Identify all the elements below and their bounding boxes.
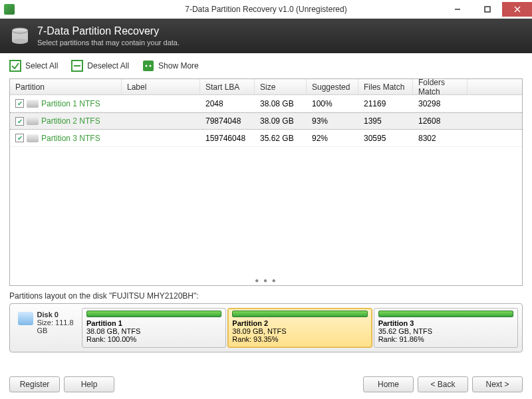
disk-block: Disk 0 Size: 111.8 GB: [14, 308, 80, 348]
disk-name: Disk 0: [37, 311, 59, 319]
cell-size: 38.08 GB: [255, 99, 307, 108]
window-controls: [442, 2, 532, 17]
cell-suggested: 100%: [307, 99, 358, 108]
table-body: ✔Partition 1 NTFS204838.08 GB100%2116930…: [10, 95, 522, 147]
header-disk-icon: [9, 25, 31, 47]
col-folders-match[interactable]: Folders Match: [413, 79, 467, 94]
cell-folders-match: 30298: [413, 99, 467, 108]
select-all-label: Select All: [25, 61, 58, 70]
maximize-button[interactable]: [472, 2, 502, 17]
close-icon: [514, 6, 521, 13]
partition-block-title: Partition 3: [378, 319, 513, 327]
partition-block[interactable]: Partition 238.09 GB, NTFSRank: 93.35%: [227, 308, 372, 348]
partition-block[interactable]: Partition 335.62 GB, NTFSRank: 91.86%: [374, 308, 518, 348]
next-button[interactable]: Next >: [472, 376, 523, 392]
select-all-icon: [9, 60, 21, 72]
help-button[interactable]: Help: [64, 376, 114, 392]
header-title: 7-Data Partition Recovery: [37, 25, 180, 37]
maximize-icon: [484, 6, 491, 13]
cell-suggested: 92%: [307, 134, 358, 143]
svg-point-6: [12, 39, 28, 44]
partition-name: Partition 2 NTFS: [41, 116, 100, 126]
partition-blocks: Partition 138.08 GB, NTFSRank: 100.00%Pa…: [82, 308, 518, 348]
col-partition[interactable]: Partition: [10, 79, 122, 94]
show-more-icon: [142, 60, 154, 72]
partition-name: Partition 3 NTFS: [41, 134, 100, 143]
layout-panel: Disk 0 Size: 111.8 GB Partition 138.08 G…: [9, 303, 523, 352]
row-checkbox[interactable]: ✔: [15, 117, 24, 126]
select-all-button[interactable]: Select All: [9, 60, 58, 72]
deselect-all-button[interactable]: Deselect All: [71, 60, 129, 72]
partition-block-line2: Rank: 100.00%: [86, 335, 221, 343]
app-icon: [4, 4, 15, 15]
cell-start-lba: 2048: [200, 99, 255, 108]
partition-block-title: Partition 1: [86, 319, 221, 327]
cell-suggested: 93%: [307, 116, 358, 126]
partition-bar: [232, 311, 367, 317]
deselect-all-label: Deselect All: [87, 61, 129, 70]
col-suggested[interactable]: Suggested: [307, 79, 358, 94]
col-start-lba[interactable]: Start LBA: [200, 79, 255, 94]
table-row[interactable]: ✔Partition 3 NTFS15974604835.62 GB92%305…: [10, 130, 522, 147]
header-subtitle: Select partitions that may contain your …: [37, 39, 180, 47]
partition-block-line1: 38.08 GB, NTFS: [86, 327, 221, 335]
resize-grip-icon[interactable]: ● ● ●: [255, 277, 277, 284]
minimize-button[interactable]: [442, 2, 472, 17]
svg-point-13: [150, 65, 152, 67]
footer: Register Help Home < Back Next >: [9, 376, 523, 392]
partition-icon: [27, 100, 39, 108]
col-label[interactable]: Label: [122, 79, 200, 94]
minimize-icon: [454, 6, 461, 13]
row-checkbox[interactable]: ✔: [15, 99, 24, 108]
partition-block[interactable]: Partition 138.08 GB, NTFSRank: 100.00%: [82, 308, 226, 348]
cell-size: 35.62 GB: [255, 134, 307, 143]
disk-size: Size: 111.8 GB: [37, 319, 76, 334]
partition-block-line1: 38.09 GB, NTFS: [232, 327, 367, 335]
partition-block-line1: 35.62 GB, NTFS: [378, 327, 513, 335]
header-band: 7-Data Partition Recovery Select partiti…: [0, 19, 532, 53]
register-button[interactable]: Register: [9, 376, 60, 392]
close-button[interactable]: [502, 2, 532, 17]
back-button[interactable]: < Back: [418, 376, 468, 392]
svg-rect-11: [143, 61, 154, 71]
table-header: Partition Label Start LBA Size Suggested…: [10, 79, 522, 95]
header-text: 7-Data Partition Recovery Select partiti…: [37, 25, 180, 47]
partition-block-title: Partition 2: [232, 319, 367, 327]
cell-files-match: 21169: [358, 99, 413, 108]
table-row[interactable]: ✔Partition 2 NTFS7987404838.09 GB93%1395…: [10, 112, 522, 130]
partition-name: Partition 1 NTFS: [41, 99, 100, 108]
deselect-all-icon: [71, 60, 83, 72]
svg-rect-1: [485, 7, 490, 12]
partition-bar: [378, 311, 513, 317]
svg-point-12: [146, 65, 148, 67]
partition-bar: [86, 311, 221, 317]
titlebar: 7-Data Partition Recovery v1.0 (Unregist…: [0, 0, 532, 19]
cell-files-match: 1395: [358, 116, 413, 126]
cell-files-match: 30595: [358, 134, 413, 143]
row-checkbox[interactable]: ✔: [15, 134, 24, 142]
partition-block-line2: Rank: 93.35%: [232, 335, 367, 343]
partition-icon: [27, 134, 39, 142]
show-more-label: Show More: [158, 61, 199, 70]
svg-rect-8: [10, 61, 21, 71]
cell-size: 38.09 GB: [255, 116, 307, 126]
col-files-match[interactable]: Files Match: [358, 79, 413, 94]
cell-folders-match: 12608: [413, 116, 467, 126]
disk-icon: [18, 312, 33, 325]
home-button[interactable]: Home: [363, 376, 414, 392]
toolbar: Select All Deselect All Show More: [0, 53, 532, 78]
partition-table: Partition Label Start LBA Size Suggested…: [9, 78, 523, 286]
col-size[interactable]: Size: [255, 79, 307, 94]
cell-folders-match: 8302: [413, 134, 467, 143]
layout-label: Partitions layout on the disk "FUJITSU M…: [9, 291, 523, 301]
partition-block-line2: Rank: 91.86%: [378, 335, 513, 343]
partition-icon: [27, 117, 39, 125]
cell-start-lba: 159746048: [200, 134, 255, 143]
cell-start-lba: 79874048: [200, 116, 255, 126]
table-row[interactable]: ✔Partition 1 NTFS204838.08 GB100%2116930…: [10, 95, 522, 112]
show-more-button[interactable]: Show More: [142, 60, 199, 72]
